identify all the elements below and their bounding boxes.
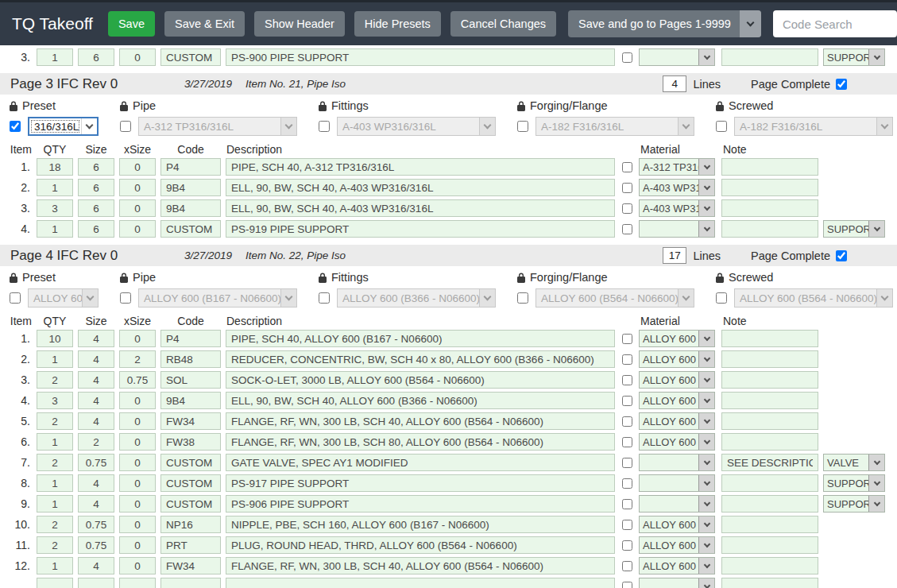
- qty-input[interactable]: [37, 516, 73, 533]
- preset-checkbox[interactable]: [10, 292, 21, 304]
- size-input[interactable]: [78, 578, 114, 588]
- material-select[interactable]: ALLOY 600 (B366 - N06600): [639, 392, 715, 409]
- preset-checkbox[interactable]: [517, 292, 528, 304]
- xsize-input[interactable]: [119, 371, 156, 389]
- preset-checkbox[interactable]: [319, 121, 330, 132]
- xsize-input[interactable]: [119, 412, 156, 430]
- row-checkbox[interactable]: [622, 458, 632, 468]
- row-checkbox[interactable]: [622, 183, 632, 193]
- size-input[interactable]: [78, 199, 114, 217]
- material-select[interactable]: ALLOY 600 (B564 - N06600): [639, 557, 715, 574]
- xsize-input[interactable]: [119, 433, 156, 451]
- preset-checkbox[interactable]: [517, 121, 528, 132]
- preset-checkbox[interactable]: [716, 121, 727, 132]
- qty-input[interactable]: [37, 557, 73, 574]
- xsize-input[interactable]: [119, 158, 156, 176]
- show-header-button[interactable]: Show Header: [254, 11, 345, 37]
- size-input[interactable]: [78, 412, 114, 430]
- type-select[interactable]: SUPPORT: [823, 220, 885, 238]
- page-complete-checkbox[interactable]: [836, 250, 847, 261]
- row-checkbox[interactable]: [622, 582, 632, 588]
- page-complete-checkbox[interactable]: [836, 79, 847, 90]
- description-input[interactable]: [226, 474, 615, 492]
- xsize-input[interactable]: [119, 495, 156, 513]
- qty-input[interactable]: [37, 433, 73, 451]
- code-input[interactable]: [160, 474, 221, 492]
- size-input[interactable]: [78, 557, 114, 574]
- size-input[interactable]: [78, 179, 114, 196]
- row-checkbox[interactable]: [622, 478, 632, 489]
- row-checkbox[interactable]: [622, 437, 632, 447]
- material-select[interactable]: [639, 495, 715, 513]
- preset-select[interactable]: A-403 WP316/316L: [337, 117, 496, 136]
- preset-checkbox[interactable]: [120, 121, 131, 132]
- preset-select[interactable]: ALLOY 600 (B564 - N06600): [535, 288, 694, 308]
- row-checkbox[interactable]: [622, 396, 632, 406]
- size-input[interactable]: [78, 330, 114, 347]
- row-checkbox[interactable]: [622, 520, 632, 530]
- code-input[interactable]: [160, 179, 221, 196]
- description-input[interactable]: [226, 454, 615, 471]
- xsize-input[interactable]: [119, 516, 156, 533]
- description-input[interactable]: [226, 220, 615, 238]
- qty-input[interactable]: [37, 392, 73, 409]
- lines-input[interactable]: [663, 247, 686, 264]
- code-input[interactable]: [160, 412, 221, 430]
- description-input[interactable]: [226, 350, 615, 368]
- row-checkbox[interactable]: [622, 375, 632, 385]
- cancel-changes-button[interactable]: Cancel Changes: [450, 11, 556, 37]
- preset-select[interactable]: ALLOY 600 (B366 - N06600): [337, 288, 496, 308]
- description-input[interactable]: [226, 199, 615, 217]
- save-goto-select[interactable]: Save and go to Pages 1-9999: [568, 10, 761, 37]
- note-input[interactable]: [721, 454, 818, 471]
- qty-input[interactable]: [37, 578, 73, 588]
- size-input[interactable]: [78, 220, 114, 238]
- preset-select[interactable]: A-312 TP316/316L: [138, 117, 297, 136]
- code-input[interactable]: [160, 557, 221, 574]
- preset-select[interactable]: ALLOY 600: [28, 288, 99, 308]
- preset-checkbox[interactable]: [120, 292, 131, 304]
- xsize-input[interactable]: [119, 536, 156, 554]
- note-input[interactable]: [721, 412, 818, 430]
- code-input[interactable]: [160, 199, 221, 217]
- row-checkbox[interactable]: [622, 334, 632, 344]
- qty-input[interactable]: [37, 474, 73, 492]
- material-select[interactable]: [639, 220, 715, 238]
- hide-presets-button[interactable]: Hide Presets: [354, 11, 441, 37]
- note-input[interactable]: [721, 578, 818, 588]
- type-select[interactable]: VALVE: [823, 454, 885, 471]
- size-input[interactable]: [78, 48, 114, 66]
- qty-input[interactable]: [37, 158, 73, 176]
- code-input[interactable]: [160, 220, 221, 238]
- code-input[interactable]: [160, 392, 221, 409]
- row-checkbox[interactable]: [622, 224, 632, 234]
- type-select[interactable]: SUPPORT: [823, 48, 885, 66]
- xsize-input[interactable]: [119, 220, 156, 238]
- preset-checkbox[interactable]: [319, 292, 330, 304]
- qty-input[interactable]: [37, 412, 73, 430]
- code-input[interactable]: [160, 516, 221, 533]
- row-checkbox[interactable]: [622, 162, 632, 172]
- material-select[interactable]: [639, 454, 715, 471]
- size-input[interactable]: [78, 158, 114, 176]
- description-input[interactable]: [226, 371, 615, 389]
- code-input[interactable]: [160, 371, 221, 389]
- code-input[interactable]: [160, 536, 221, 554]
- preset-select[interactable]: 316/316L: [28, 117, 99, 136]
- qty-input[interactable]: [37, 220, 73, 238]
- qty-input[interactable]: [37, 48, 73, 66]
- qty-input[interactable]: [37, 371, 73, 389]
- description-input[interactable]: [226, 536, 615, 554]
- size-input[interactable]: [78, 454, 114, 471]
- note-input[interactable]: [721, 392, 818, 409]
- preset-select[interactable]: A-182 F316/316L: [535, 117, 694, 136]
- material-select[interactable]: ALLOY 600 (B564 - N06600): [639, 371, 715, 389]
- row-checkbox[interactable]: [622, 561, 632, 571]
- row-checkbox[interactable]: [622, 203, 632, 214]
- note-input[interactable]: [721, 557, 818, 574]
- code-search-input[interactable]: [773, 10, 897, 37]
- note-input[interactable]: [721, 495, 818, 513]
- qty-input[interactable]: [37, 454, 73, 471]
- preset-checkbox[interactable]: [10, 121, 21, 132]
- note-input[interactable]: [721, 199, 818, 217]
